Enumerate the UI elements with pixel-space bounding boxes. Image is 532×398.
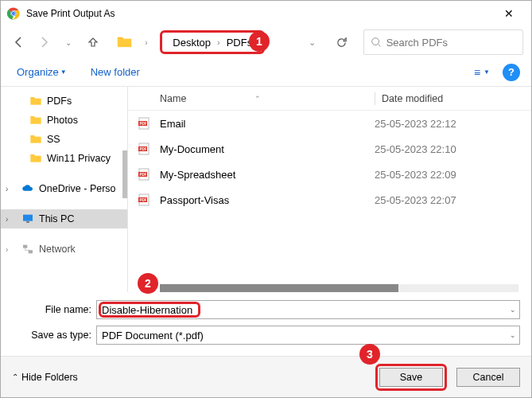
list-icon: ≡ (474, 66, 480, 79)
sidebar-item-win11[interactable]: Win11 Privacy (1, 149, 127, 168)
chevron-up-icon: ⌃ (12, 373, 18, 381)
hide-folders-button[interactable]: ⌃ Hide Folders (12, 372, 78, 383)
savetype-select[interactable]: PDF Document (*.pdf) ⌄ (96, 326, 520, 345)
folder-icon (29, 152, 42, 165)
sidebar-item-onedrive[interactable]: › OneDrive - Perso (1, 179, 127, 198)
callout-3: 3 (359, 344, 380, 365)
sort-asc-icon: ⌃ (254, 95, 261, 103)
window-title: Save Print Output As (26, 8, 493, 19)
pdf-icon: PDF (138, 193, 150, 206)
svg-text:PDF: PDF (140, 198, 147, 202)
filename-label: File name: (9, 304, 96, 315)
save-highlight: Save (375, 364, 447, 391)
folder-icon (116, 33, 133, 51)
save-dialog: Save Print Output As ✕ ⌄ › Desktop › PDF… (0, 0, 532, 398)
callout-1: 1 (249, 31, 270, 52)
folder-icon (29, 95, 42, 107)
cloud-icon (21, 182, 34, 195)
sidebar: PDFs Photos SS Win11 Privacy › OneDrive … (1, 87, 128, 292)
chevron-down-icon[interactable]: ⌄ (510, 306, 516, 314)
svg-text:PDF: PDF (140, 122, 147, 126)
file-row[interactable]: PDF Passport-Visas 25-05-2023 22:07 (128, 187, 531, 213)
forward-button[interactable] (33, 31, 55, 53)
sidebar-item-thispc[interactable]: › This PC (1, 209, 127, 228)
file-row[interactable]: PDF Email 25-05-2023 22:12 (128, 111, 531, 136)
sidebar-item-photos[interactable]: Photos (1, 111, 127, 130)
main-area: PDFs Photos SS Win11 Privacy › OneDrive … (1, 87, 531, 292)
chrome-icon (7, 7, 20, 20)
sidebar-scrollbar[interactable] (122, 150, 127, 198)
recent-dropdown[interactable]: ⌄ (57, 31, 79, 53)
network-icon (21, 243, 34, 256)
refresh-button[interactable] (331, 31, 352, 53)
pdf-icon: PDF (138, 142, 150, 155)
file-list: Name ⌃ Date modified PDF Email 25-05-202… (128, 87, 531, 292)
chevron-right-icon[interactable]: › (6, 185, 8, 193)
svg-rect-8 (29, 250, 33, 253)
callout-2: 2 (138, 273, 158, 294)
chevron-right-icon[interactable]: › (6, 215, 8, 224)
svg-rect-7 (23, 245, 27, 248)
history-dropdown[interactable]: ⌄ (301, 31, 323, 53)
chevron-down-icon: ▼ (483, 68, 490, 76)
close-button[interactable]: ✕ (493, 1, 525, 26)
help-button[interactable]: ? (503, 64, 520, 81)
organize-button[interactable]: Organize ▼ (12, 63, 72, 81)
pdf-icon: PDF (138, 168, 150, 181)
save-button[interactable]: Save (379, 368, 443, 387)
file-row[interactable]: PDF My-Spreadsheet 25-05-2023 22:09 (128, 162, 531, 187)
path-dropdown[interactable]: › (136, 31, 157, 53)
footer: ⌃ Hide Folders 3 Save Cancel (1, 356, 531, 397)
up-button[interactable] (82, 31, 103, 53)
crumb-desktop[interactable]: Desktop (169, 35, 214, 50)
nav-row: ⌄ › Desktop › PDFs 1 ⌄ Search PDFs (1, 26, 531, 58)
chevron-right-icon: › (217, 37, 220, 47)
search-placeholder: Search PDFs (386, 37, 448, 49)
back-button[interactable] (9, 31, 30, 53)
svg-rect-5 (23, 215, 33, 221)
chevron-right-icon[interactable]: › (6, 245, 8, 254)
folder-icon (29, 114, 42, 127)
svg-text:PDF: PDF (140, 147, 147, 151)
sidebar-item-ss[interactable]: SS (1, 130, 127, 149)
monitor-icon (21, 213, 34, 225)
scrollbar-thumb[interactable] (160, 284, 398, 292)
column-name[interactable]: Name ⌃ (128, 93, 375, 104)
toolbar: Organize ▼ New folder ≡ ▼ ? (1, 58, 531, 87)
svg-point-3 (12, 12, 15, 15)
view-menu[interactable]: ≡ ▼ (469, 63, 495, 82)
column-date[interactable]: Date modified (375, 93, 531, 104)
savetype-label: Save as type: (9, 330, 96, 341)
file-row[interactable]: PDF My-Document 25-05-2023 22:10 (128, 136, 531, 162)
column-headers: Name ⌃ Date modified (128, 87, 531, 111)
sidebar-item-pdfs[interactable]: PDFs (1, 92, 127, 111)
search-icon (371, 37, 382, 48)
svg-point-4 (371, 38, 379, 45)
filename-input[interactable]: Disable-Hibernation Disable-Hibernation … (96, 300, 520, 319)
form-area: File name: Disable-Hibernation Disable-H… (1, 292, 531, 356)
search-input[interactable]: Search PDFs (363, 29, 523, 55)
cancel-button[interactable]: Cancel (456, 368, 520, 387)
pdf-icon: PDF (138, 117, 150, 130)
sidebar-item-network[interactable]: › Network (1, 240, 127, 259)
chevron-down-icon: ▼ (60, 68, 67, 76)
svg-text:PDF: PDF (140, 173, 147, 177)
chevron-down-icon[interactable]: ⌄ (510, 331, 516, 339)
address-bar[interactable]: Desktop › PDFs (165, 30, 259, 54)
svg-rect-6 (26, 221, 29, 222)
folder-icon (29, 133, 42, 146)
horizontal-scrollbar[interactable] (160, 284, 518, 292)
new-folder-button[interactable]: New folder (86, 63, 145, 81)
titlebar: Save Print Output As ✕ (1, 1, 531, 26)
